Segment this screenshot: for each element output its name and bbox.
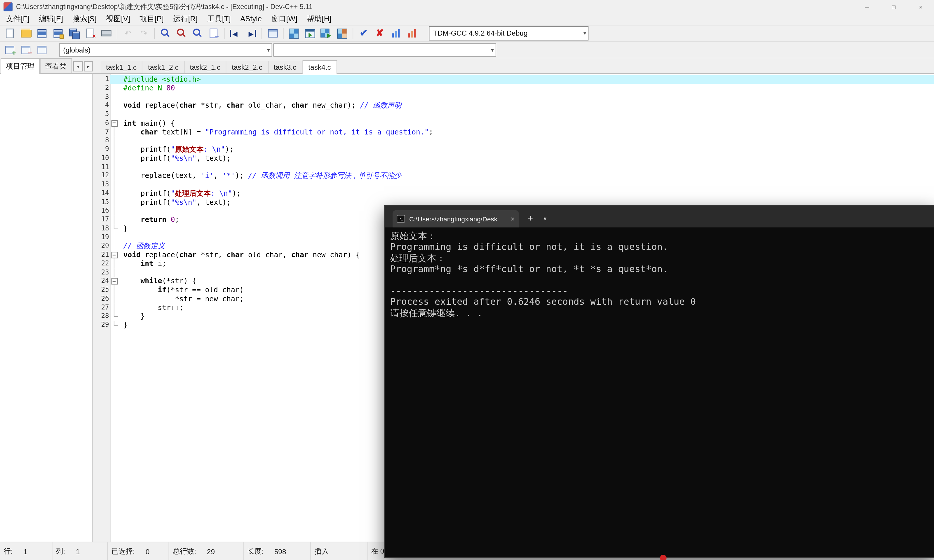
file-tab-task2_1.c[interactable]: task2_1.c — [185, 61, 227, 73]
redo-icon[interactable] — [136, 26, 151, 40]
console-line: Programm*ng *s d*ff*cult or not, *t *s a… — [390, 264, 929, 275]
file-tab-task3.c[interactable]: task3.c — [268, 61, 302, 73]
code-token: #include <stdio.h> — [123, 75, 200, 83]
member-select[interactable]: ▾ — [273, 43, 496, 56]
code-token: "%s\n" — [171, 154, 196, 163]
status-mode: 插入 — [311, 542, 367, 560]
code-text — [120, 110, 934, 119]
fold-line — [114, 163, 114, 171]
file-tab-task2_2.c[interactable]: task2_2.c — [227, 61, 268, 73]
abort-icon[interactable] — [373, 26, 387, 40]
run-icon[interactable] — [303, 26, 317, 40]
code-text: #include <stdio.h> — [120, 75, 934, 84]
fold-margin — [110, 233, 120, 242]
code-token — [123, 128, 140, 136]
file-tab-task4.c[interactable]: task4.c — [302, 60, 337, 74]
code-line[interactable]: 14 printf("处理后文本: \n"); — [93, 189, 934, 198]
project-panel[interactable] — [0, 74, 93, 544]
menu-item-3[interactable]: 视图[V] — [101, 12, 135, 26]
code-line[interactable]: 10 printf("%s\n", text); — [93, 154, 934, 163]
code-line[interactable]: 3 — [93, 92, 934, 101]
menu-item-1[interactable]: 编辑[E] — [34, 12, 68, 26]
menu-item-7[interactable]: AStyle — [236, 13, 267, 25]
scope-select[interactable]: (globals) ▾ — [59, 43, 272, 56]
previous-icon[interactable] — [228, 26, 242, 40]
fold-margin — [110, 180, 120, 189]
minimize-button[interactable]: ─ — [854, 0, 880, 13]
code-token: char — [179, 251, 196, 259]
code-line[interactable]: 2#define N 80 — [93, 84, 934, 92]
code-token: (*str == old_char) — [166, 286, 244, 294]
find-icon[interactable] — [158, 26, 173, 40]
file-tab-task1_2.c[interactable]: task1_2.c — [143, 61, 185, 73]
code-line[interactable]: 12 replace(text, 'i', '*'); // 函数调用 注意字符… — [93, 171, 934, 180]
save-all-icon[interactable] — [67, 26, 82, 40]
print-icon[interactable] — [99, 26, 114, 40]
close-icon[interactable] — [83, 26, 98, 40]
maximize-editor-icon[interactable] — [34, 43, 49, 57]
save-icon[interactable] — [34, 26, 49, 40]
console-tab-chevron-icon[interactable]: ∨ — [543, 216, 547, 222]
code-line[interactable]: 8 — [93, 137, 934, 145]
remove-file-icon[interactable] — [18, 43, 33, 57]
fold-margin — [110, 84, 120, 92]
toolbar-separator — [224, 28, 225, 39]
fold-line — [114, 215, 114, 224]
code-token: 'i' — [201, 171, 214, 180]
menu-item-5[interactable]: 运行[R] — [168, 12, 202, 26]
file-tab-task1_1.c[interactable]: task1_1.c — [101, 61, 143, 73]
sidebar-tab-0[interactable]: 项目管理 — [1, 58, 40, 74]
profile-analysis-icon[interactable] — [405, 26, 419, 40]
fold-box-icon[interactable] — [111, 278, 118, 285]
fold-margin — [110, 92, 120, 101]
code-line[interactable]: 4void replace(char *str, char old_char, … — [93, 101, 934, 110]
new-project-icon[interactable] — [265, 26, 280, 40]
maximize-button[interactable]: □ — [880, 0, 907, 13]
profile-icon[interactable] — [388, 26, 403, 40]
code-line[interactable]: 11 — [93, 163, 934, 171]
compile-icon[interactable] — [287, 26, 302, 40]
tab-scroll-right-icon[interactable]: ▸ — [84, 61, 93, 71]
next-icon[interactable] — [244, 26, 259, 40]
line-number: 2 — [93, 84, 110, 92]
code-line[interactable]: 1#include <stdio.h> — [93, 75, 934, 84]
menu-item-4[interactable]: 项目[P] — [135, 12, 168, 26]
code-token: int — [123, 119, 136, 128]
fold-box-icon[interactable] — [111, 252, 118, 258]
console-title-bar[interactable]: >_ C:\Users\zhangtingxiang\Desk × + ∨ — [385, 206, 934, 227]
goto-line-icon[interactable] — [206, 26, 221, 40]
fold-line — [114, 268, 114, 277]
fold-box-icon[interactable] — [111, 120, 118, 126]
menu-item-0[interactable]: 文件[F] — [1, 12, 34, 26]
rebuild-icon[interactable] — [335, 26, 350, 40]
compile-run-icon[interactable] — [319, 26, 334, 40]
fold-margin — [110, 171, 120, 180]
tab-scroll-left-icon[interactable]: ◂ — [73, 61, 83, 71]
code-line[interactable]: 6int main() { — [93, 119, 934, 128]
menu-item-8[interactable]: 窗口[W] — [267, 12, 302, 26]
new-source-icon[interactable] — [2, 26, 17, 40]
code-line[interactable]: 7 char text[N] = "Programming is difficu… — [93, 128, 934, 137]
close-button[interactable]: × — [907, 0, 934, 13]
code-line[interactable]: 9 printf("原始文本: \n"); — [93, 145, 934, 154]
undo-icon[interactable] — [120, 26, 135, 40]
menu-item-6[interactable]: 工具[T] — [202, 12, 235, 26]
menu-item-2[interactable]: 搜索[S] — [68, 12, 101, 26]
code-line[interactable]: 5 — [93, 110, 934, 119]
code-text: printf("%s\n", text); — [120, 154, 934, 163]
sidebar-tab-1[interactable]: 查看类 — [40, 58, 72, 73]
save-as-icon[interactable] — [51, 26, 65, 40]
find-next-icon[interactable] — [190, 26, 205, 40]
console-new-tab-icon[interactable]: + — [528, 214, 533, 223]
console-tab[interactable]: >_ C:\Users\zhangtingxiang\Desk × — [393, 210, 519, 227]
console-tab-close-icon[interactable]: × — [510, 215, 515, 222]
console-output[interactable]: 原始文本：Programming is difficult or not, it… — [385, 228, 934, 322]
menu-item-9[interactable]: 帮助[H] — [302, 12, 336, 26]
compiler-select[interactable]: TDM-GCC 4.9.2 64-bit Debug ▾ — [429, 26, 589, 40]
add-file-icon[interactable] — [2, 43, 17, 57]
syntax-check-icon[interactable] — [356, 26, 371, 40]
code-token: while — [140, 277, 162, 285]
open-icon[interactable] — [18, 26, 33, 40]
replace-icon[interactable] — [174, 26, 189, 40]
code-line[interactable]: 13 — [93, 180, 934, 189]
